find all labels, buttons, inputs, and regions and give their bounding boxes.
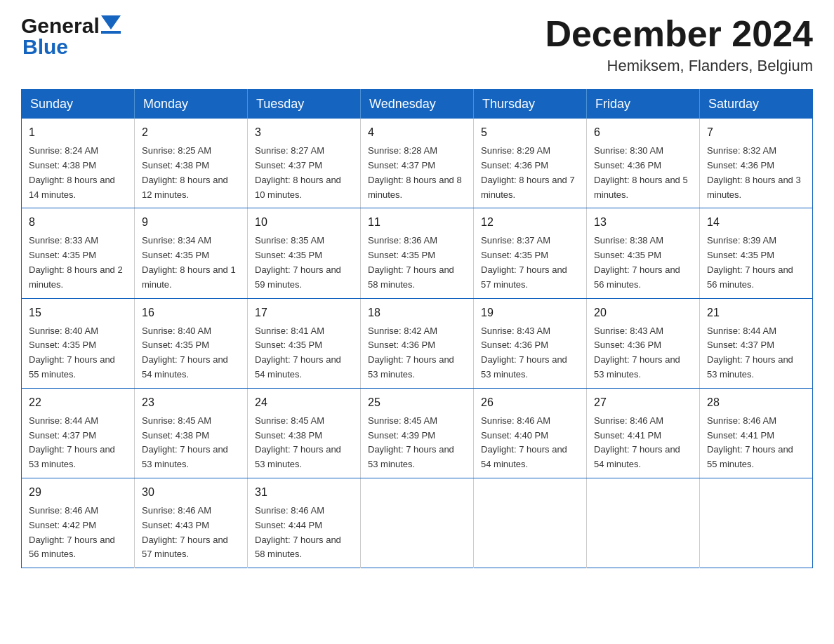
- table-row: 23 Sunrise: 8:45 AMSunset: 4:38 PMDaylig…: [135, 388, 248, 478]
- month-title: December 2024: [545, 14, 813, 54]
- table-row: 20 Sunrise: 8:43 AMSunset: 4:36 PMDaylig…: [587, 298, 700, 388]
- day-number: 20: [594, 304, 692, 321]
- day-number: 15: [29, 304, 127, 321]
- table-row: 11 Sunrise: 8:36 AMSunset: 4:35 PMDaylig…: [361, 208, 474, 298]
- table-row: 1 Sunrise: 8:24 AMSunset: 4:38 PMDayligh…: [22, 119, 135, 208]
- svg-marker-0: [101, 15, 121, 29]
- day-info: Sunrise: 8:38 AMSunset: 4:35 PMDaylight:…: [594, 235, 680, 289]
- calendar-week-row: 29 Sunrise: 8:46 AMSunset: 4:42 PMDaylig…: [22, 478, 813, 568]
- logo: General Blue: [21, 14, 121, 59]
- calendar-week-row: 22 Sunrise: 8:44 AMSunset: 4:37 PMDaylig…: [22, 388, 813, 478]
- day-number: 22: [29, 394, 127, 411]
- table-row: 12 Sunrise: 8:37 AMSunset: 4:35 PMDaylig…: [474, 208, 587, 298]
- day-number: 28: [707, 394, 805, 411]
- calendar-week-row: 8 Sunrise: 8:33 AMSunset: 4:35 PMDayligh…: [22, 208, 813, 298]
- day-number: 13: [594, 214, 692, 231]
- table-row: 9 Sunrise: 8:34 AMSunset: 4:35 PMDayligh…: [135, 208, 248, 298]
- table-row: [361, 478, 474, 568]
- day-info: Sunrise: 8:32 AMSunset: 4:36 PMDaylight:…: [707, 145, 801, 199]
- day-info: Sunrise: 8:42 AMSunset: 4:36 PMDaylight:…: [368, 326, 454, 380]
- day-info: Sunrise: 8:35 AMSunset: 4:35 PMDaylight:…: [255, 235, 341, 289]
- day-number: 9: [142, 214, 240, 231]
- calendar-table: Sunday Monday Tuesday Wednesday Thursday…: [21, 89, 813, 568]
- day-number: 29: [29, 484, 127, 501]
- day-info: Sunrise: 8:45 AMSunset: 4:38 PMDaylight:…: [255, 415, 341, 469]
- day-info: Sunrise: 8:24 AMSunset: 4:38 PMDaylight:…: [29, 145, 115, 199]
- table-row: 30 Sunrise: 8:46 AMSunset: 4:43 PMDaylig…: [135, 478, 248, 568]
- day-info: Sunrise: 8:40 AMSunset: 4:35 PMDaylight:…: [29, 326, 115, 380]
- day-info: Sunrise: 8:44 AMSunset: 4:37 PMDaylight:…: [29, 415, 115, 469]
- table-row: 8 Sunrise: 8:33 AMSunset: 4:35 PMDayligh…: [22, 208, 135, 298]
- col-thursday: Thursday: [474, 90, 587, 119]
- day-info: Sunrise: 8:45 AMSunset: 4:38 PMDaylight:…: [142, 415, 228, 469]
- calendar-week-row: 1 Sunrise: 8:24 AMSunset: 4:38 PMDayligh…: [22, 119, 813, 208]
- day-info: Sunrise: 8:46 AMSunset: 4:41 PMDaylight:…: [594, 415, 680, 469]
- page-header: General Blue December 2024 Hemiksem, Fla…: [21, 14, 813, 75]
- day-number: 24: [255, 394, 353, 411]
- logo-general-text: General: [21, 14, 100, 38]
- day-number: 18: [368, 304, 466, 321]
- day-number: 7: [707, 124, 805, 141]
- day-info: Sunrise: 8:27 AMSunset: 4:37 PMDaylight:…: [255, 145, 341, 199]
- day-number: 12: [481, 214, 579, 231]
- table-row: 29 Sunrise: 8:46 AMSunset: 4:42 PMDaylig…: [22, 478, 135, 568]
- day-info: Sunrise: 8:37 AMSunset: 4:35 PMDaylight:…: [481, 235, 567, 289]
- table-row: [587, 478, 700, 568]
- table-row: 16 Sunrise: 8:40 AMSunset: 4:35 PMDaylig…: [135, 298, 248, 388]
- table-row: 24 Sunrise: 8:45 AMSunset: 4:38 PMDaylig…: [248, 388, 361, 478]
- table-row: 22 Sunrise: 8:44 AMSunset: 4:37 PMDaylig…: [22, 388, 135, 478]
- table-row: [700, 478, 813, 568]
- day-number: 25: [368, 394, 466, 411]
- col-friday: Friday: [587, 90, 700, 119]
- table-row: 13 Sunrise: 8:38 AMSunset: 4:35 PMDaylig…: [587, 208, 700, 298]
- calendar-header-row: Sunday Monday Tuesday Wednesday Thursday…: [22, 90, 813, 119]
- day-info: Sunrise: 8:46 AMSunset: 4:40 PMDaylight:…: [481, 415, 567, 469]
- table-row: 10 Sunrise: 8:35 AMSunset: 4:35 PMDaylig…: [248, 208, 361, 298]
- day-number: 21: [707, 304, 805, 321]
- table-row: 4 Sunrise: 8:28 AMSunset: 4:37 PMDayligh…: [361, 119, 474, 208]
- calendar-week-row: 15 Sunrise: 8:40 AMSunset: 4:35 PMDaylig…: [22, 298, 813, 388]
- day-number: 16: [142, 304, 240, 321]
- logo-blue-text: Blue: [22, 35, 68, 58]
- day-info: Sunrise: 8:43 AMSunset: 4:36 PMDaylight:…: [481, 326, 567, 380]
- day-number: 3: [255, 124, 353, 141]
- day-number: 4: [368, 124, 466, 141]
- day-number: 17: [255, 304, 353, 321]
- day-info: Sunrise: 8:43 AMSunset: 4:36 PMDaylight:…: [594, 326, 680, 380]
- day-number: 26: [481, 394, 579, 411]
- day-info: Sunrise: 8:46 AMSunset: 4:43 PMDaylight:…: [142, 505, 228, 559]
- day-info: Sunrise: 8:30 AMSunset: 4:36 PMDaylight:…: [594, 145, 688, 199]
- day-number: 6: [594, 124, 692, 141]
- col-monday: Monday: [135, 90, 248, 119]
- day-info: Sunrise: 8:40 AMSunset: 4:35 PMDaylight:…: [142, 326, 228, 380]
- table-row: 25 Sunrise: 8:45 AMSunset: 4:39 PMDaylig…: [361, 388, 474, 478]
- day-info: Sunrise: 8:46 AMSunset: 4:42 PMDaylight:…: [29, 505, 115, 559]
- table-row: 7 Sunrise: 8:32 AMSunset: 4:36 PMDayligh…: [700, 119, 813, 208]
- day-number: 11: [368, 214, 466, 231]
- table-row: 14 Sunrise: 8:39 AMSunset: 4:35 PMDaylig…: [700, 208, 813, 298]
- table-row: 5 Sunrise: 8:29 AMSunset: 4:36 PMDayligh…: [474, 119, 587, 208]
- day-info: Sunrise: 8:28 AMSunset: 4:37 PMDaylight:…: [368, 145, 462, 199]
- day-number: 1: [29, 124, 127, 141]
- table-row: 26 Sunrise: 8:46 AMSunset: 4:40 PMDaylig…: [474, 388, 587, 478]
- day-info: Sunrise: 8:29 AMSunset: 4:36 PMDaylight:…: [481, 145, 575, 199]
- day-number: 8: [29, 214, 127, 231]
- day-info: Sunrise: 8:45 AMSunset: 4:39 PMDaylight:…: [368, 415, 454, 469]
- table-row: 3 Sunrise: 8:27 AMSunset: 4:37 PMDayligh…: [248, 119, 361, 208]
- table-row: 21 Sunrise: 8:44 AMSunset: 4:37 PMDaylig…: [700, 298, 813, 388]
- col-wednesday: Wednesday: [361, 90, 474, 119]
- table-row: 6 Sunrise: 8:30 AMSunset: 4:36 PMDayligh…: [587, 119, 700, 208]
- table-row: 19 Sunrise: 8:43 AMSunset: 4:36 PMDaylig…: [474, 298, 587, 388]
- table-row: 31 Sunrise: 8:46 AMSunset: 4:44 PMDaylig…: [248, 478, 361, 568]
- day-info: Sunrise: 8:44 AMSunset: 4:37 PMDaylight:…: [707, 326, 793, 380]
- table-row: 28 Sunrise: 8:46 AMSunset: 4:41 PMDaylig…: [700, 388, 813, 478]
- location: Hemiksem, Flanders, Belgium: [545, 57, 813, 75]
- col-saturday: Saturday: [700, 90, 813, 119]
- col-tuesday: Tuesday: [248, 90, 361, 119]
- table-row: 17 Sunrise: 8:41 AMSunset: 4:35 PMDaylig…: [248, 298, 361, 388]
- day-info: Sunrise: 8:46 AMSunset: 4:41 PMDaylight:…: [707, 415, 793, 469]
- table-row: 15 Sunrise: 8:40 AMSunset: 4:35 PMDaylig…: [22, 298, 135, 388]
- col-sunday: Sunday: [22, 90, 135, 119]
- day-info: Sunrise: 8:25 AMSunset: 4:38 PMDaylight:…: [142, 145, 228, 199]
- day-info: Sunrise: 8:41 AMSunset: 4:35 PMDaylight:…: [255, 326, 341, 380]
